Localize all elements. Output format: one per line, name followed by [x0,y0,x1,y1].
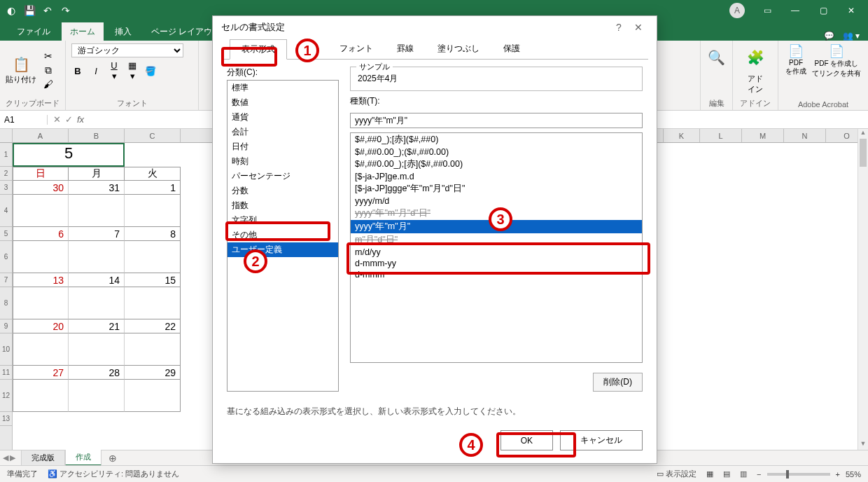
col-header[interactable]: M [742,129,784,142]
dialog-title-bar[interactable]: セルの書式設定 ? ✕ [213,16,657,39]
addins-icon[interactable]: 🧩 [747,43,764,71]
redo-icon[interactable]: ↷ [57,2,74,19]
font-name-select[interactable]: 游ゴシック [71,43,183,57]
row-header[interactable]: 5 [0,227,12,241]
zoom-out-icon[interactable]: − [757,470,761,478]
cell[interactable]: 21 [69,319,125,333]
row-header[interactable]: 2 [0,167,12,181]
format-listbox[interactable]: $#,##0_);[赤]($#,##0) $#,##0.00_);($#,##0… [350,132,643,363]
dialog-close-icon[interactable]: ✕ [629,22,648,33]
view-page-break-icon[interactable]: ▥ [740,469,747,478]
category-item[interactable]: 時刻 [227,154,338,169]
category-item[interactable]: パーセンテージ [227,169,338,184]
format-item[interactable]: m/d/yy [351,247,642,258]
row-header[interactable]: 13 [0,412,12,426]
format-item[interactable]: $#,##0_);[赤]($#,##0) [351,133,642,146]
format-type-input[interactable] [350,113,643,128]
formula-cancel-icon[interactable]: ✕ [53,114,61,125]
sheet-nav-next-icon[interactable]: ▶ [10,453,15,462]
format-item[interactable]: [$-ja-JP]ggge"年"m"月"d"日" [351,182,642,195]
cell[interactable]: 14 [69,273,125,287]
format-item-selected[interactable]: yyyy"年"m"月" [351,220,642,233]
category-item[interactable]: 標準 [227,81,338,95]
bold-icon[interactable]: B [71,66,84,76]
cell[interactable]: 29 [125,366,181,380]
category-item[interactable]: 通貨 [227,110,338,125]
format-item[interactable]: d-mmm-yy [351,258,642,269]
category-item[interactable]: 日付 [227,139,338,154]
row-header[interactable]: 9 [0,319,12,333]
cell[interactable]: 6 [13,227,69,241]
cancel-button[interactable]: キャンセル [560,430,643,450]
day-header-sun[interactable]: 日 [13,167,69,181]
dlg-tab-protection[interactable]: 保護 [491,39,532,59]
cell[interactable]: 30 [13,181,69,195]
row-header[interactable]: 11 [0,366,12,380]
format-item[interactable]: yyyy/m/d [351,195,642,207]
row-header[interactable]: 10 [0,333,12,366]
cell[interactable] [125,143,181,167]
format-item[interactable]: [$-ja-JP]ge.m.d [351,171,642,182]
close-window-icon[interactable]: ✕ [837,0,865,21]
col-header[interactable]: N [784,129,826,142]
ribbon-options-icon[interactable]: ▭ [753,0,781,21]
category-listbox[interactable]: 標準 数値 通貨 会計 日付 時刻 パーセンテージ 分数 指数 文字列 その他 … [227,80,339,392]
row-header[interactable]: 3 [0,181,12,195]
category-item[interactable]: 数値 [227,95,338,110]
row-header[interactable]: 6 [0,241,12,273]
format-item[interactable]: $#,##0.00_);($#,##0.00) [351,146,642,158]
row-header[interactable]: 1 [0,143,12,167]
cell[interactable] [69,287,125,319]
dialog-help-icon[interactable]: ? [609,22,629,33]
display-settings-button[interactable]: ▭ 表示設定 [657,469,696,479]
add-sheet-icon[interactable]: ⊕ [102,453,124,464]
dlg-tab-border[interactable]: 罫線 [385,39,426,59]
sheet-tab-make[interactable]: 作成 [65,450,102,466]
cut-icon[interactable]: ✂ [42,50,55,62]
name-box[interactable]: A1 [0,115,48,125]
tab-home[interactable]: ホーム [62,22,104,41]
cell[interactable] [125,241,181,273]
cell[interactable]: 22 [125,319,181,333]
row-header[interactable]: 4 [0,195,12,227]
vertical-scrollbar[interactable]: ▲ ▼ [858,129,868,450]
col-header[interactable]: L [700,129,742,142]
user-avatar[interactable]: A [729,3,745,18]
cell[interactable]: 1 [125,181,181,195]
maximize-icon[interactable]: ▢ [809,0,837,21]
category-item[interactable]: 指数 [227,198,338,213]
sheet-nav-prev-icon[interactable]: ◀ [3,453,8,462]
cell[interactable]: 15 [125,273,181,287]
border-icon[interactable]: ▦ ▾ [126,60,139,81]
cell[interactable] [69,380,125,412]
formula-enter-icon[interactable]: ✓ [65,114,73,125]
format-item[interactable]: yyyy"年"m"月"d"日" [351,207,642,220]
category-item-custom[interactable]: ユーザー定義 [227,242,338,257]
fill-color-icon[interactable]: 🪣 [144,66,157,76]
undo-icon[interactable]: ↶ [39,2,56,19]
dlg-tab-fill[interactable]: 塗りつぶし [426,39,491,59]
cell[interactable]: 31 [69,181,125,195]
cell[interactable] [13,241,69,273]
day-header-tue[interactable]: 火 [125,167,181,181]
cell[interactable] [69,195,125,227]
row-header[interactable]: 7 [0,273,12,287]
row-headers[interactable]: 1 2 3 4 5 6 7 8 9 10 11 12 13 [0,129,13,465]
cell[interactable] [125,195,181,227]
scrollbar-thumb[interactable] [860,139,867,167]
col-header[interactable]: C [125,129,181,142]
category-item[interactable]: 文字列 [227,213,338,228]
cell[interactable]: 8 [125,227,181,241]
delete-format-button[interactable]: 削除(D) [593,373,643,392]
format-item[interactable]: m"月"d"日" [351,233,642,247]
zoom-in-icon[interactable]: + [836,470,840,478]
cell[interactable] [125,287,181,319]
scroll-up-icon[interactable]: ▲ [858,129,868,139]
category-item[interactable]: 会計 [227,125,338,139]
selected-cell[interactable]: 5 [13,143,125,167]
row-header[interactable]: 8 [0,287,12,319]
paste-button[interactable]: 📋 貼り付け [6,56,36,85]
zoom-value[interactable]: 55% [846,470,861,478]
tab-file[interactable]: ファイル [8,22,59,41]
copy-icon[interactable]: ⧉ [42,64,55,76]
